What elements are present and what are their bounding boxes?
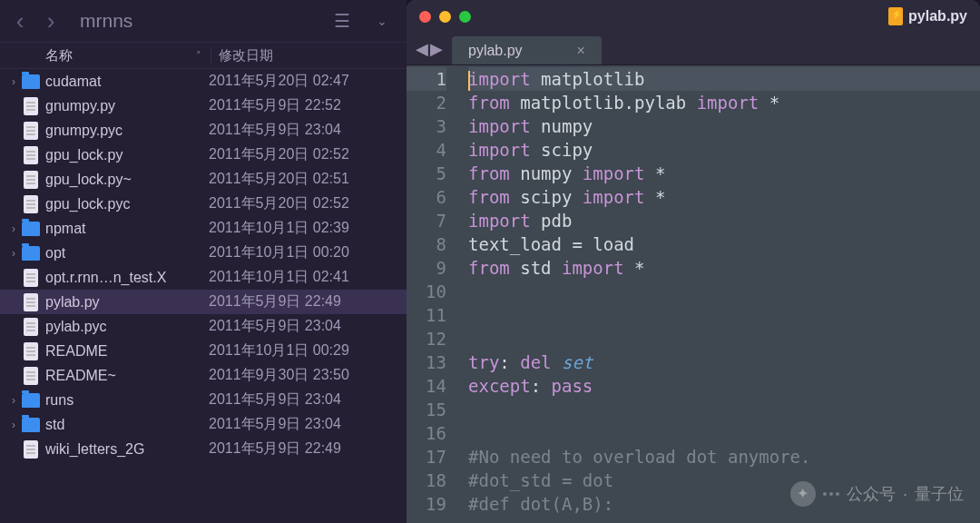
- file-name-label: std: [45, 417, 209, 433]
- editor-body[interactable]: 12345678910111213141516171819 import mat…: [407, 65, 980, 523]
- file-date-label: 2011年5月9日 22:49: [209, 439, 341, 459]
- token-ident: scipy: [510, 187, 583, 207]
- code-line[interactable]: text_load = load: [468, 232, 980, 256]
- file-row[interactable]: pylab.pyc2011年5月9日 23:04: [0, 314, 407, 339]
- nav-back-icon[interactable]: ‹: [13, 12, 27, 30]
- column-header-modified[interactable]: 修改日期: [211, 47, 407, 64]
- watermark-name: 量子位: [915, 482, 964, 506]
- token-kw-from: from: [468, 93, 510, 113]
- file-row[interactable]: README~2011年9月30日 23:50: [0, 363, 407, 388]
- token-kw-import: import: [468, 211, 531, 231]
- token-op: *: [759, 93, 779, 113]
- code-line[interactable]: [468, 303, 980, 327]
- column-name-label: 名称: [45, 47, 73, 64]
- zoom-window-icon[interactable]: [459, 11, 471, 23]
- column-header-row: 名称 ˄ 修改日期: [0, 42, 407, 69]
- file-row[interactable]: README2011年10月1日 00:29: [0, 339, 407, 363]
- token-op: :: [531, 376, 552, 396]
- file-date-label: 2011年10月1日 00:20: [209, 243, 349, 262]
- code-line[interactable]: [468, 398, 980, 421]
- disclosure-triangle-icon[interactable]: ›: [7, 75, 20, 88]
- list-view-icon[interactable]: ☰: [330, 10, 354, 32]
- code-line[interactable]: #No need to overload dot anymore.: [468, 445, 980, 469]
- watermark-sep: ·: [903, 482, 907, 506]
- folder-row[interactable]: ›std2011年5月9日 23:04: [0, 412, 407, 437]
- code-line[interactable]: except: pass: [468, 374, 980, 398]
- sort-options-icon[interactable]: ⌄: [370, 14, 394, 28]
- file-date-label: 2011年9月30日 23:50: [209, 366, 349, 385]
- file-list[interactable]: ›cudamat2011年5月20日 02:47gnumpy.py2011年5月…: [0, 69, 407, 523]
- line-number: 8: [407, 232, 446, 256]
- editor-titlebar[interactable]: pylab.py: [407, 0, 980, 33]
- tab-close-icon[interactable]: ×: [577, 43, 585, 59]
- folder-icon: [22, 393, 40, 408]
- token-op: *: [644, 163, 665, 183]
- code-line[interactable]: [468, 280, 980, 303]
- line-number: 13: [407, 350, 446, 374]
- close-window-icon[interactable]: [419, 11, 431, 23]
- token-ident: pdb: [531, 211, 573, 231]
- disclosure-triangle-icon[interactable]: ›: [7, 247, 20, 260]
- code-line[interactable]: try: del set: [468, 350, 980, 374]
- file-row[interactable]: opt.r.rnn…n_test.X2011年10月1日 02:41: [0, 265, 407, 290]
- file-date-label: 2011年5月9日 23:04: [209, 390, 341, 410]
- file-icon: [24, 367, 38, 385]
- file-row[interactable]: gnumpy.pyc2011年5月9日 23:04: [0, 118, 407, 143]
- tab-prev-icon[interactable]: ◀: [416, 39, 428, 59]
- editor-title-label: pylab.py: [908, 8, 967, 25]
- column-header-name[interactable]: 名称 ˄: [45, 47, 211, 64]
- code-line[interactable]: from std import *: [468, 256, 980, 280]
- code-line[interactable]: import numpy: [468, 114, 980, 138]
- token-ident: numpy: [531, 116, 593, 136]
- code-line[interactable]: from matplotlib.pylab import *: [468, 91, 980, 114]
- code-line[interactable]: [468, 421, 980, 445]
- file-date-label: 2011年5月20日 02:51: [209, 170, 349, 189]
- file-icon: [24, 293, 38, 311]
- folder-row[interactable]: ›opt2011年10月1日 00:20: [0, 241, 407, 265]
- file-row[interactable]: gpu_lock.pyc2011年5月20日 02:52: [0, 192, 407, 216]
- file-name-label: gpu_lock.py~: [45, 172, 209, 188]
- token-op: *: [644, 187, 665, 207]
- file-date-label: 2011年5月20日 02:47: [209, 72, 349, 91]
- disclosure-triangle-icon[interactable]: ›: [7, 394, 20, 407]
- code-line[interactable]: from scipy import *: [468, 185, 980, 209]
- file-row[interactable]: pylab.py2011年5月9日 22:49: [0, 290, 407, 314]
- token-kw-import: import: [583, 163, 645, 183]
- line-number: 16: [407, 421, 446, 445]
- tab-next-icon[interactable]: ▶: [430, 39, 443, 59]
- disclosure-triangle-icon[interactable]: ›: [7, 419, 20, 431]
- code-line[interactable]: import scipy: [468, 138, 980, 162]
- folder-row[interactable]: ›npmat2011年10月1日 02:39: [0, 216, 407, 241]
- token-kw-from: from: [468, 163, 510, 183]
- folder-row[interactable]: ›runs2011年5月9日 23:04: [0, 388, 407, 412]
- python-file-icon: [888, 7, 903, 25]
- nav-forward-icon[interactable]: ›: [44, 12, 58, 30]
- file-row[interactable]: wiki_letters_2G2011年5月9日 22:49: [0, 437, 407, 461]
- token-ident: load: [583, 234, 634, 254]
- minimize-window-icon[interactable]: [439, 11, 451, 23]
- file-date-label: 2011年5月9日 23:04: [209, 415, 341, 434]
- file-date-label: 2011年5月9日 23:04: [209, 317, 341, 336]
- code-line[interactable]: import pdb: [468, 209, 980, 232]
- folder-icon: [22, 74, 40, 89]
- editor-tab-bar: ◀ ▶ pylab.py ×: [407, 33, 980, 65]
- token-ident: matplotlib: [531, 69, 645, 89]
- code-area[interactable]: import matplotlibfrom matplotlib.pylab i…: [457, 65, 980, 523]
- disclosure-triangle-icon[interactable]: ›: [7, 222, 20, 235]
- folder-row[interactable]: ›cudamat2011年5月20日 02:47: [0, 69, 407, 94]
- line-number: 9: [407, 256, 446, 280]
- code-line[interactable]: from numpy import *: [468, 162, 980, 185]
- file-row[interactable]: gpu_lock.py2011年5月20日 02:52: [0, 143, 407, 167]
- file-row[interactable]: gnumpy.py2011年5月9日 22:52: [0, 94, 407, 118]
- editor-tab-label: pylab.py: [468, 43, 523, 59]
- folder-icon: [22, 222, 40, 236]
- editor-tab-active[interactable]: pylab.py ×: [452, 36, 602, 64]
- file-name-label: cudamat: [45, 74, 209, 90]
- sort-ascending-icon: ˄: [196, 50, 201, 62]
- line-number: 10: [407, 280, 446, 303]
- code-line[interactable]: import matplotlib: [468, 67, 980, 91]
- file-name-label: gnumpy.pyc: [45, 123, 209, 139]
- token-comment: #No need to overload dot anymore.: [468, 447, 811, 467]
- code-line[interactable]: [468, 327, 980, 350]
- file-row[interactable]: gpu_lock.py~2011年5月20日 02:51: [0, 167, 407, 192]
